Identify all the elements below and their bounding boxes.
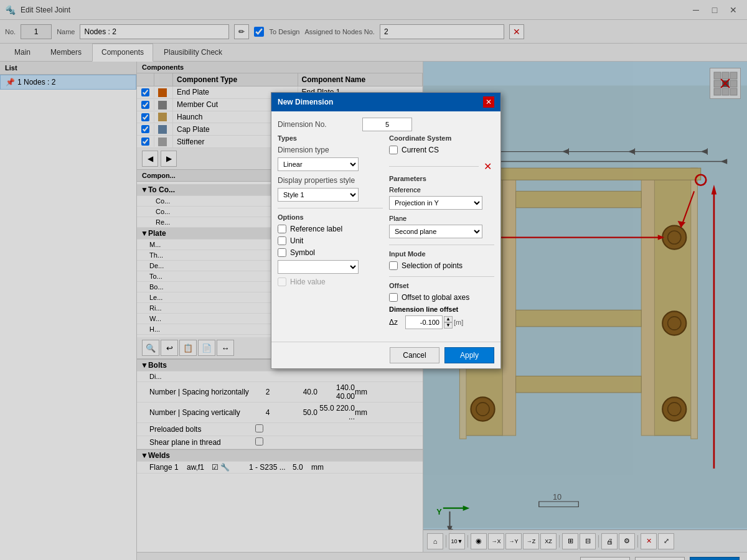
cancel-modal-button[interactable]: Cancel bbox=[390, 347, 439, 363]
ref-label-text: Reference label bbox=[290, 225, 342, 233]
hide-value-text: Hide value bbox=[290, 278, 326, 286]
modal-footer: Cancel Apply bbox=[271, 342, 500, 368]
display-style-label: Display properties style bbox=[278, 176, 359, 185]
offset-global-check[interactable] bbox=[389, 293, 398, 302]
selection-check[interactable] bbox=[389, 261, 398, 270]
symbol-check[interactable] bbox=[278, 248, 286, 257]
coord-section: Coordinate System Current CS bbox=[389, 134, 494, 154]
input-mode-title: Input Mode bbox=[389, 250, 494, 258]
selection-text: Selection of points bbox=[402, 261, 463, 270]
unit-text: Unit bbox=[290, 236, 303, 245]
parameters-title: Parameters bbox=[389, 175, 494, 182]
unit-row: Unit bbox=[278, 236, 383, 245]
hide-value-check[interactable] bbox=[278, 278, 286, 286]
parameters-section: Parameters Reference Projection in X Pro… bbox=[389, 175, 494, 238]
apply-modal-button[interactable]: Apply bbox=[444, 347, 494, 363]
spinner-down[interactable]: ▼ bbox=[444, 322, 453, 329]
delta-input[interactable] bbox=[405, 315, 443, 329]
dim-type-label: Dimension type bbox=[278, 146, 359, 154]
delta-row: Δz ▲ ▼ [m] bbox=[389, 315, 494, 329]
types-section: Types Dimension type Linear Angular Radi… bbox=[278, 134, 383, 202]
options-section: Options Reference label Unit Symbol bbox=[278, 213, 383, 286]
current-cs-text: Current CS bbox=[402, 146, 439, 154]
current-cs-row: Current CS bbox=[389, 146, 494, 154]
symbol-row: Symbol bbox=[278, 248, 383, 257]
display-style-row: Display properties style bbox=[278, 176, 383, 185]
display-style-select[interactable]: Style 1 Style 2 bbox=[278, 188, 359, 202]
offset-title: Offset bbox=[389, 282, 494, 289]
input-mode-section: Input Mode Selection of points bbox=[389, 250, 494, 270]
dim-no-label: Dimension No. bbox=[278, 120, 359, 129]
plane-label: Plane bbox=[389, 215, 494, 222]
reference-label: Reference bbox=[389, 186, 494, 194]
current-cs-check[interactable] bbox=[389, 146, 398, 154]
modal-body: Dimension No. Types Dimension type bbox=[271, 111, 500, 342]
dim-no-row: Dimension No. bbox=[278, 118, 494, 131]
symbol-text: Symbol bbox=[290, 248, 315, 257]
divider3 bbox=[389, 276, 494, 277]
offset-global-text: Offset to global axes bbox=[402, 293, 469, 302]
modal-close-button[interactable]: ✕ bbox=[483, 96, 494, 108]
spinner-up[interactable]: ▲ bbox=[444, 316, 453, 322]
offset-section: Offset Offset to global axes Dimension l… bbox=[389, 282, 494, 329]
dim-line-offset-label: Dimension line offset bbox=[389, 306, 494, 313]
new-dimension-modal: New Dimension ✕ Dimension No. Types bbox=[271, 92, 501, 369]
dim-no-input[interactable] bbox=[362, 118, 412, 131]
delta-unit: [m] bbox=[454, 319, 463, 326]
types-title: Types bbox=[278, 134, 383, 142]
modal-left-col: Types Dimension type Linear Angular Radi… bbox=[278, 134, 383, 335]
ref-label-check[interactable] bbox=[278, 225, 286, 233]
modal-title-text: New Dimension bbox=[278, 98, 333, 106]
delta-spinner: ▲ ▼ [m] bbox=[405, 315, 463, 329]
ref-label-row: Reference label bbox=[278, 225, 383, 233]
unit-check[interactable] bbox=[278, 236, 286, 245]
offset-global-row: Offset to global axes bbox=[389, 293, 494, 302]
modal-title-bar: New Dimension ✕ bbox=[271, 93, 500, 111]
dim-type-row: Dimension type bbox=[278, 146, 383, 154]
reference-select[interactable]: Projection in X Projection in Y Projecti… bbox=[389, 196, 482, 210]
params-delete-button[interactable]: ✕ bbox=[481, 161, 494, 172]
options-title: Options bbox=[278, 213, 383, 221]
symbol-select[interactable] bbox=[278, 260, 359, 274]
coord-title: Coordinate System bbox=[389, 134, 494, 142]
modal-right-col: Coordinate System Current CS ✕ bbox=[389, 134, 494, 335]
modal-overlay: New Dimension ✕ Dimension No. Types bbox=[0, 0, 747, 560]
modal-columns: Types Dimension type Linear Angular Radi… bbox=[278, 134, 494, 335]
delta-label: Δz bbox=[389, 318, 402, 327]
divider2 bbox=[389, 245, 494, 245]
selection-row: Selection of points bbox=[389, 261, 494, 270]
divider bbox=[278, 208, 383, 208]
plane-select[interactable]: First plane Second plane Third plane bbox=[389, 225, 482, 238]
spinner-buttons: ▲ ▼ bbox=[444, 316, 453, 329]
hide-value-row: Hide value bbox=[278, 278, 383, 286]
dim-type-select[interactable]: Linear Angular Radial bbox=[278, 157, 359, 171]
